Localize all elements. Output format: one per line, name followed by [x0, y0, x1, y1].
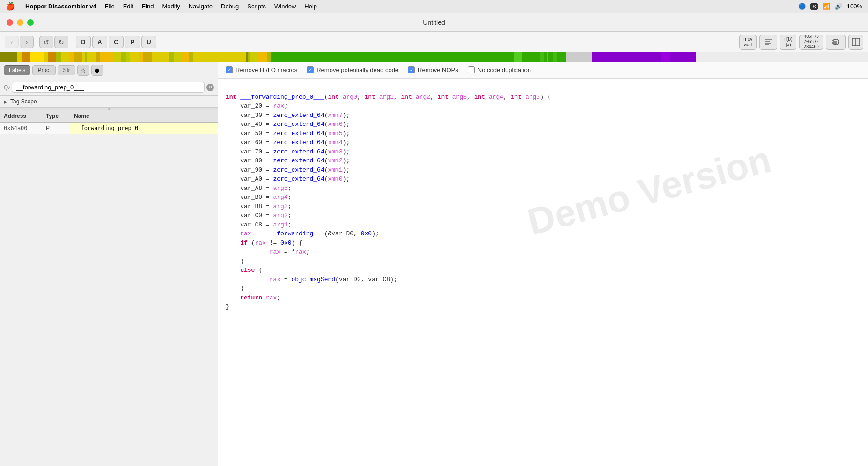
- col-header-type: Type: [42, 110, 70, 122]
- code-area[interactable]: int ___forwarding_prep_0___(int arg0, in…: [218, 79, 868, 466]
- mov-add-label: movadd: [743, 36, 752, 48]
- tab-str[interactable]: Str: [58, 65, 75, 75]
- code-line-17: rax = *rax;: [226, 248, 861, 257]
- col-header-name: Name: [70, 110, 218, 122]
- option-dead-code-label: Remove potentially dead code: [316, 66, 398, 73]
- tag-scope-row[interactable]: ▶ Tag Scope: [0, 96, 218, 108]
- mov-add-button[interactable]: movadd: [739, 35, 757, 50]
- option-hilo: ✓ Remove HI/LO macros: [226, 66, 297, 73]
- bluetooth-icon: 🔵: [798, 3, 806, 10]
- code-line-23: }: [226, 302, 861, 312]
- drag-dot: [108, 108, 110, 110]
- type-p-button[interactable]: P: [125, 36, 140, 48]
- panel-toggle-button[interactable]: [848, 35, 863, 50]
- option-no-duplication: No code duplication: [468, 66, 531, 73]
- tab-labels[interactable]: Labels: [4, 65, 30, 75]
- option-nops-label: Remove NOPs: [418, 66, 458, 73]
- chip-icon: [830, 36, 841, 48]
- type-a-button[interactable]: A: [92, 36, 107, 48]
- search-input[interactable]: [12, 82, 205, 93]
- code-line-18: }: [226, 257, 861, 266]
- menu-file[interactable]: File: [105, 3, 115, 10]
- minimize-button[interactable]: [17, 19, 23, 26]
- code-line-21: }: [226, 284, 861, 293]
- chip-button[interactable]: [826, 35, 846, 50]
- options-bar: ✓ Remove HI/LO macros ✓ Remove potential…: [218, 62, 868, 79]
- search-icon: Q›: [4, 84, 10, 91]
- pseudo-code-icon: [764, 37, 773, 47]
- search-clear-button[interactable]: ✕: [206, 84, 214, 91]
- window-title: Untitled: [423, 19, 445, 26]
- app-name: Hopper Disassembler v4: [25, 3, 96, 10]
- hex-label: 486F70706572284469: [803, 34, 819, 49]
- undo-button[interactable]: ↺: [39, 36, 53, 48]
- svg-rect-3: [765, 44, 769, 45]
- svg-rect-2: [765, 43, 771, 44]
- code-line-15: rax = ____forwarding___(&var_D0, 0x0);: [226, 229, 861, 239]
- navigation-colorbar[interactable]: [0, 52, 868, 62]
- pseudo-code-button[interactable]: [759, 35, 777, 50]
- apple-icon[interactable]: 🍎: [6, 2, 15, 11]
- code-line-2: var_30 = zero_extend_64(xmm7);: [226, 111, 861, 120]
- battery-label: 100%: [847, 3, 862, 10]
- menu-modify[interactable]: Modify: [162, 3, 180, 10]
- menu-debug[interactable]: Debug: [221, 3, 239, 10]
- checkbox-dead-code[interactable]: ✓: [307, 66, 314, 73]
- code-line-22: return rax;: [226, 293, 861, 303]
- code-line-13: var_C0 = arg2;: [226, 211, 861, 220]
- menu-navigate[interactable]: Navigate: [189, 3, 213, 10]
- type-d-button[interactable]: D: [76, 36, 91, 48]
- menu-find[interactable]: Find: [142, 3, 154, 10]
- volume-icon: 🔊: [835, 3, 842, 10]
- nav-back-button[interactable]: ‹: [5, 36, 19, 48]
- option-no-duplication-label: No code duplication: [478, 66, 531, 73]
- checkbox-no-duplication[interactable]: [468, 66, 475, 73]
- code-line-4: var_50 = zero_extend_64(xmm5);: [226, 129, 861, 138]
- tab-record-button[interactable]: ⏺: [91, 65, 103, 76]
- checkbox-nops[interactable]: ✓: [408, 66, 415, 73]
- code-line-signature: int ___forwarding_prep_0___(int arg0, in…: [226, 83, 861, 102]
- cell-type: P: [42, 123, 70, 134]
- type-c-button[interactable]: C: [109, 36, 124, 48]
- svg-rect-0: [765, 39, 772, 40]
- nav-forward-button[interactable]: ›: [20, 36, 34, 48]
- maximize-button[interactable]: [27, 19, 34, 26]
- code-line-7: var_80 = zero_extend_64(xmm2);: [226, 156, 861, 166]
- cell-address: 0x64a00: [0, 123, 42, 134]
- close-button[interactable]: [7, 19, 13, 26]
- option-dead-code: ✓ Remove potentially dead code: [307, 66, 398, 73]
- cell-name: __forwarding_prep_0___: [70, 123, 218, 134]
- table-header: Address Type Name: [0, 110, 218, 123]
- nav-buttons: ‹ ›: [5, 36, 34, 48]
- tab-star-button[interactable]: ☆: [77, 65, 89, 76]
- option-nops: ✓ Remove NOPs: [408, 66, 458, 73]
- code-line-6: var_70 = zero_extend_64(xmm3);: [226, 147, 861, 157]
- wifi-icon: 📶: [823, 3, 830, 10]
- table-row[interactable]: 0x64a00 P __forwarding_prep_0___: [0, 123, 218, 134]
- left-panel-tabs: Labels Proc. Str ☆ ⏺: [0, 62, 218, 79]
- code-line-16: if (rax != 0x0) {: [226, 239, 861, 248]
- menubar: 🍎 Hopper Disassembler v4 File Edit Find …: [0, 0, 868, 13]
- menu-scripts[interactable]: Scripts: [247, 3, 266, 10]
- window-controls: [7, 19, 34, 26]
- redo-button[interactable]: ↻: [54, 36, 68, 48]
- ifb-button[interactable]: if(b)f(x);: [780, 35, 796, 50]
- code-line-10: var_A8 = arg5;: [226, 184, 861, 193]
- menu-help[interactable]: Help: [304, 3, 317, 10]
- hex-button[interactable]: 486F70706572284469: [799, 35, 823, 50]
- checkbox-hilo[interactable]: ✓: [226, 66, 233, 73]
- menu-window[interactable]: Window: [274, 3, 296, 10]
- table-body: 0x64a00 P __forwarding_prep_0___: [0, 123, 218, 466]
- code-line-5: var_60 = zero_extend_64(xmm4);: [226, 138, 861, 147]
- menu-edit[interactable]: Edit: [123, 3, 133, 10]
- tag-scope-label: Tag Scope: [10, 98, 37, 105]
- type-u-button[interactable]: U: [141, 36, 156, 48]
- code-line-14: var_C8 = arg1;: [226, 220, 861, 230]
- right-panel: ✓ Remove HI/LO macros ✓ Remove potential…: [218, 62, 868, 466]
- col-header-address: Address: [0, 110, 42, 122]
- search-bar: Q› ✕: [0, 79, 218, 96]
- tab-proc[interactable]: Proc.: [32, 65, 56, 75]
- toolbar: ‹ › ↺ ↻ D A C P U movadd if(b)f(x); 486F…: [0, 32, 868, 52]
- svg-rect-1: [765, 41, 770, 42]
- undo-redo-buttons: ↺ ↻: [39, 36, 68, 48]
